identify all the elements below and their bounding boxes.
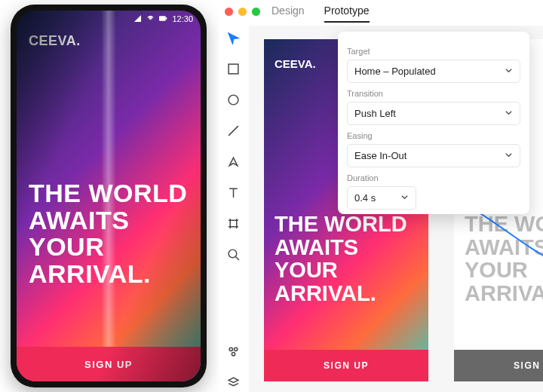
transition-label: Transition [347,89,520,98]
zoom-tool-icon[interactable] [227,248,240,264]
chevron-down-icon [400,192,409,204]
chevron-down-icon [505,66,513,77]
network-icon [133,14,142,24]
prototype-panel: Target Home – Populated Transition Push … [338,32,529,214]
artboard-headline: THE WORLD AWAITS YOUR ARRIVAL. [275,213,418,305]
device-frame: 12:30 CEEVA. THE WORLD AWAITS YOUR ARRIV… [11,5,207,387]
statusbar: 12:30 [17,11,201,27]
line-tool-icon[interactable] [227,124,240,140]
text-tool-icon[interactable] [227,186,240,202]
chevron-down-icon [505,150,513,161]
brand-logo: CEEVA. [29,33,81,49]
hero-headline: THE WORLD AWAITS YOUR ARRIVAL. [29,180,189,288]
editor-window: Design Prototype CEEVA. THE WORLD AWAITS… [219,0,543,392]
tool-rail [219,26,249,392]
target-value: Home – Populated [354,66,436,77]
assets-icon[interactable] [227,345,240,361]
ellipse-tool-icon[interactable] [227,93,240,109]
tab-prototype[interactable]: Prototype [324,5,370,23]
transition-value: Push Left [354,108,396,119]
chevron-down-icon [505,108,513,119]
canvas[interactable]: CEEVA. THE WORLD AWAITS YOUR ARRIVAL. SI… [249,26,543,392]
easing-select[interactable]: Ease In-Out [347,144,520,167]
device-screen: 12:30 CEEVA. THE WORLD AWAITS YOUR ARRIV… [17,11,201,381]
svg-rect-0 [159,16,166,20]
signup-button[interactable]: SIGN UP [17,347,201,381]
svg-rect-2 [229,64,238,74]
pen-tool-icon[interactable] [227,155,240,171]
duration-label: Duration [347,173,520,182]
svg-point-7 [232,353,235,356]
svg-point-4 [229,250,237,258]
layers-icon[interactable] [227,376,240,392]
signup-label: SIGN UP [84,359,133,370]
mode-tabs: Design Prototype [272,5,370,23]
artboard-brand: CEEVA. [275,57,316,70]
statusbar-time: 12:30 [172,14,193,23]
svg-point-3 [229,95,238,105]
transition-select[interactable]: Push Left [347,102,520,125]
svg-rect-1 [166,17,167,19]
artboard-cta[interactable]: SIGN UP [264,350,428,381]
artboard-cta[interactable]: SIGN UP [454,350,543,381]
svg-point-6 [235,348,238,351]
artboard-cta-label: SIGN UP [324,360,369,371]
easing-label: Easing [347,131,520,140]
duration-value: 0.4 s [354,192,376,204]
target-label: Target [347,47,520,56]
move-tool-icon[interactable] [227,32,240,47]
tab-design[interactable]: Design [272,5,305,23]
svg-point-5 [229,348,232,351]
easing-value: Ease In-Out [354,150,406,161]
wifi-icon [146,14,155,24]
target-select[interactable]: Home – Populated [347,60,520,83]
minimize-icon[interactable] [238,8,247,16]
close-icon[interactable] [225,8,233,16]
rectangle-tool-icon[interactable] [227,63,240,78]
window-controls [225,8,260,16]
duration-select[interactable]: 0.4 s [347,186,416,210]
artboard-tool-icon[interactable] [227,217,240,233]
artboard-cta-label: SIGN UP [514,360,543,371]
battery-icon [159,14,167,24]
zoom-icon[interactable] [252,8,260,16]
